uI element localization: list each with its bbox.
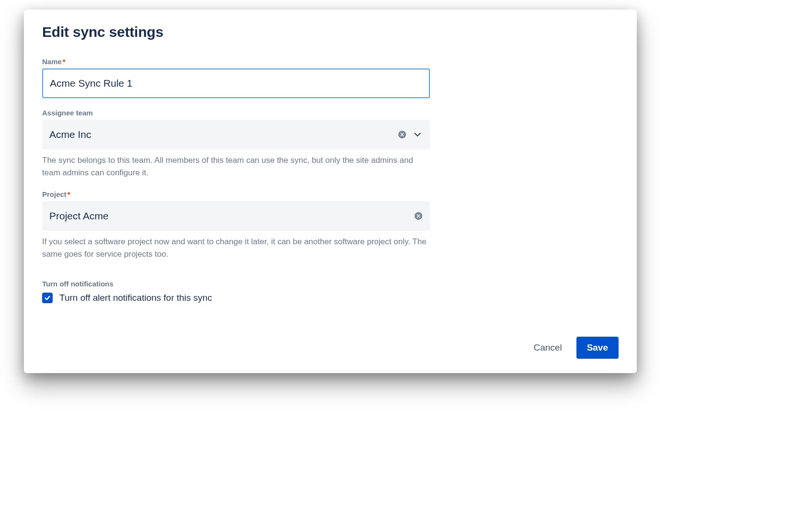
notifications-checkbox[interactable] [42,293,53,303]
assignee-helper-text: The sync belongs to this team. All membe… [42,154,430,180]
project-label: Project* [42,190,430,198]
project-select[interactable]: Project Acme [42,201,430,231]
assignee-team-select[interactable]: Acme Inc [42,120,430,149]
modal-footer: Cancel Save [42,337,619,359]
assignee-team-value: Acme Inc [49,129,398,140]
modal-title: Edit sync settings [42,24,619,40]
clear-circle-icon[interactable] [414,212,423,220]
notifications-checkbox-label: Turn off alert notifications for this sy… [59,293,212,303]
project-field: Project* Project Acme If you select a so… [42,190,430,261]
cancel-button[interactable]: Cancel [530,338,565,358]
name-field: Name* [42,57,430,98]
notifications-checkbox-row: Turn off alert notifications for this sy… [42,293,430,303]
name-label: Name* [42,57,430,66]
name-input[interactable] [42,68,430,98]
name-label-text: Name [42,57,62,66]
project-select-icons [414,212,423,220]
assignee-select-icons [398,129,423,140]
save-button[interactable]: Save [576,337,619,359]
project-label-text: Project [42,190,67,198]
edit-sync-settings-modal: Edit sync settings Name* Assignee team A… [24,10,637,373]
assignee-team-label: Assignee team [42,109,430,117]
project-helper-text: If you select a software project now and… [42,236,430,261]
form-area: Name* Assignee team Acme Inc [42,57,430,303]
required-marker: * [63,57,66,66]
notifications-section-label: Turn off notifications [42,280,430,288]
assignee-team-field: Assignee team Acme Inc The sync belongs … [42,109,430,180]
chevron-down-icon[interactable] [412,129,423,140]
clear-circle-icon[interactable] [398,130,406,139]
project-value: Project Acme [49,210,414,222]
check-icon [44,295,51,301]
required-marker: * [68,190,70,198]
